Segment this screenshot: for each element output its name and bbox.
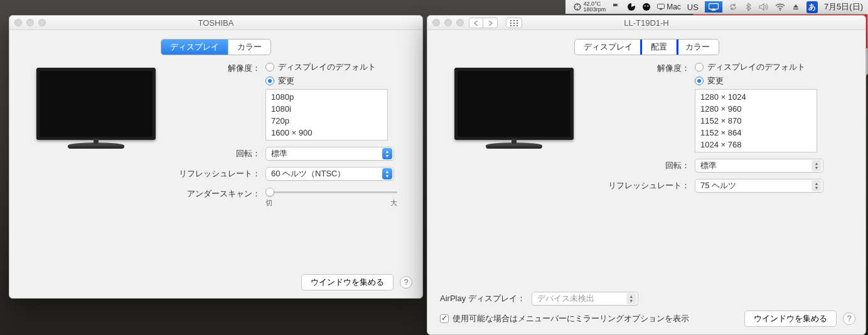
svg-rect-15 — [517, 23, 518, 24]
bluetooth-icon[interactable] — [744, 3, 753, 11]
svg-point-2 — [643, 3, 650, 11]
back-button[interactable] — [469, 18, 483, 28]
monitor-preview — [36, 68, 156, 140]
svg-rect-12 — [517, 20, 518, 21]
help-button[interactable]: ? — [400, 276, 412, 289]
airplay-label: AirPlay ディスプレイ： — [440, 293, 525, 304]
svg-rect-9 — [793, 9, 798, 10]
svg-rect-6 — [660, 9, 662, 10]
rotation-label: 回転： — [171, 147, 265, 159]
refresh-label: リフレッシュレート： — [589, 179, 695, 191]
gather-windows-button[interactable]: ウインドウを集める — [744, 311, 837, 327]
rpm-value: 1803rpm — [584, 7, 606, 13]
underscan-off-label: 切 — [265, 198, 272, 208]
traffic-lights[interactable] — [432, 19, 464, 26]
resolution-list[interactable]: 1280 × 1024 1280 × 960 1152 × 870 1152 ×… — [695, 89, 817, 152]
display-prefs-toshiba: TOSHIBA ディスプレイ カラー 解像度： ディスプレイのデフォルト 変更 … — [9, 15, 423, 299]
resolution-option[interactable]: 720p — [266, 115, 387, 127]
pie-icon[interactable] — [627, 3, 636, 11]
rotation-select[interactable]: 標準 ▲▼ — [265, 147, 394, 161]
svg-rect-10 — [510, 20, 512, 21]
locale-label[interactable]: US — [687, 3, 699, 12]
svg-rect-11 — [513, 20, 515, 21]
gather-windows-button[interactable]: ウインドウを集める — [301, 274, 394, 290]
refresh-label: リフレッシュレート： — [171, 167, 265, 179]
face-icon[interactable] — [642, 3, 651, 11]
tab-color[interactable]: カラー — [677, 40, 719, 55]
nav-buttons — [469, 18, 498, 28]
refresh-select[interactable]: 60 ヘルツ（NTSC） ▲▼ — [265, 167, 394, 181]
svg-rect-18 — [517, 25, 518, 26]
tabs: ディスプレイ カラー — [9, 39, 422, 55]
resolution-label: 解像度： — [589, 61, 695, 74]
svg-rect-16 — [510, 25, 512, 26]
mac-label[interactable]: Mac — [657, 3, 681, 11]
help-button[interactable]: ? — [843, 312, 855, 325]
tab-display[interactable]: ディスプレイ — [575, 40, 642, 55]
resolution-option[interactable]: 1152 × 864 — [695, 127, 817, 139]
radio-default[interactable]: ディスプレイのデフォルト — [695, 61, 854, 73]
mirror-checkbox-label: 使用可能な場合はメニューバーにミラーリングオプションを表示 — [453, 313, 689, 324]
airplay-select[interactable]: デバイス未検出 ▲▼ — [532, 292, 638, 306]
underscan-max-label: 大 — [390, 198, 397, 208]
tabs: ディスプレイ 配置 カラー — [427, 39, 865, 55]
window-title: TOSHIBA — [198, 18, 234, 28]
volume-icon[interactable] — [759, 3, 769, 11]
refresh-select[interactable]: 75 ヘルツ ▲▼ — [695, 179, 823, 193]
date-label[interactable]: 7月5日(日) — [824, 1, 863, 13]
sync-icon[interactable] — [729, 3, 737, 11]
titlebar[interactable]: TOSHIBA — [9, 16, 422, 30]
airplay-menubar-icon[interactable] — [705, 1, 722, 13]
flag-icon[interactable] — [612, 3, 621, 11]
svg-point-8 — [780, 9, 781, 11]
radio-scaled[interactable]: 変更 — [265, 75, 411, 87]
resolution-option[interactable]: 1280 × 1024 — [695, 91, 817, 103]
titlebar[interactable]: LL-T19D1-H — [427, 16, 865, 30]
tab-display[interactable]: ディスプレイ — [161, 40, 228, 55]
traffic-lights[interactable] — [14, 19, 46, 26]
svg-rect-17 — [513, 25, 515, 26]
tab-arrangement[interactable]: 配置 — [642, 40, 677, 55]
display-small-icon — [657, 4, 665, 10]
resolution-option[interactable]: 1080p — [266, 91, 387, 103]
svg-rect-14 — [513, 23, 515, 24]
window-title: LL-T19D1-H — [624, 18, 669, 28]
resolution-option[interactable]: 1600 × 900 — [266, 127, 387, 139]
radio-default[interactable]: ディスプレイのデフォルト — [265, 61, 411, 73]
svg-rect-13 — [510, 23, 512, 24]
rotation-label: 回転： — [589, 159, 695, 171]
svg-rect-5 — [658, 4, 665, 9]
tab-color[interactable]: カラー — [228, 40, 271, 55]
menubar: 42.0°C 1803rpm Mac US あ 7月5日(日) — [565, 0, 868, 14]
svg-point-4 — [647, 6, 648, 7]
mirror-checkbox[interactable] — [440, 314, 449, 323]
svg-point-3 — [645, 6, 646, 7]
rotation-select[interactable]: 標準 ▲▼ — [695, 159, 823, 173]
monitor-preview — [454, 68, 574, 140]
display-prefs-llt19d1h: LL-T19D1-H ディスプレイ 配置 カラー 解像度： ディスプレイのデフォ… — [427, 15, 866, 335]
ime-indicator[interactable]: あ — [806, 1, 818, 13]
forward-button[interactable] — [483, 18, 498, 28]
resolution-option[interactable]: 1152 × 870 — [695, 115, 817, 127]
resolution-option[interactable]: 1080i — [266, 103, 387, 115]
underscan-slider[interactable] — [265, 187, 397, 197]
eject-icon[interactable] — [791, 3, 800, 11]
radio-scaled[interactable]: 変更 — [695, 75, 854, 87]
resolution-label: 解像度： — [171, 61, 265, 74]
resolution-option[interactable]: 1024 × 768 — [695, 139, 817, 151]
underscan-label: アンダースキャン： — [171, 187, 265, 199]
show-all-button[interactable] — [506, 18, 522, 28]
fan-icon — [573, 3, 582, 11]
wifi-icon[interactable] — [775, 3, 785, 11]
resolution-option[interactable]: 1280 × 960 — [695, 103, 817, 115]
resolution-list[interactable]: 1080p 1080i 720p 1600 × 900 — [265, 89, 388, 141]
fan-status: 42.0°C 1803rpm — [573, 1, 606, 13]
